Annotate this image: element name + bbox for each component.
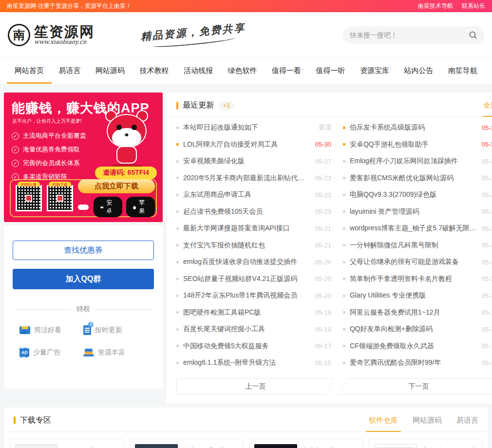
nav-item[interactable]: 网站源码 (94, 58, 127, 84)
bullet-icon (176, 261, 179, 263)
bullet-icon (343, 311, 345, 314)
list-item[interactable]: 最新大学网课搜题答案查询API接口 05-21 (176, 220, 331, 237)
list-item[interactable]: emlog6.1.1系统--附带升级方法 05-15 (176, 355, 331, 372)
list-item[interactable]: layuimini 资产管理源码 05-21 (343, 204, 492, 221)
list-item[interactable]: 中国移动免费领5大权益服务 05-17 (176, 338, 331, 355)
bullet-icon (176, 311, 179, 314)
doc-refresh-icon (83, 325, 91, 335)
join-qq-group-button[interactable]: 加入QQ群 (13, 269, 154, 289)
prev-page-button[interactable]: 上一页 (176, 378, 335, 395)
bullet-icon (176, 194, 179, 196)
topbar: 南笙资源网-注重于资源分享，资源平台上南笙！ 南笙技术导航 联系站长 (0, 0, 492, 12)
download-tab[interactable]: 网站源码 (413, 416, 442, 425)
list-item[interactable]: wordpress博客主题_柚子皮5.7破解无限制版 05-21 (343, 220, 492, 237)
nav-item[interactable]: 活动线报 (182, 58, 215, 84)
list-item[interactable]: 起点读书免费领105天会员 05-23 (176, 204, 331, 221)
bullet-icon (343, 177, 345, 179)
download-tab[interactable]: 易语言 (456, 416, 478, 425)
nav-item[interactable]: 值得一听 (314, 58, 347, 84)
nav-item[interactable]: 值得一看 (270, 58, 303, 84)
bullet-icon (343, 261, 345, 263)
list-item[interactable]: 148开2年京东Plus带1年腾讯视频会员 05-20 (176, 287, 331, 304)
bullet-icon (343, 160, 345, 163)
check-circle-icon: ✓ (12, 146, 19, 153)
site-logo[interactable]: 南 笙资源网 www.xiaobiaoy.cn (8, 24, 95, 46)
promo-banner[interactable]: 能赚钱，赚大钱的APP 足不出户，让你月入上万不是梦! ✓ 主流电商平台全面覆盖… (4, 93, 163, 222)
card-thumbnail (254, 444, 297, 448)
section-accent-bar (14, 416, 16, 424)
bullet-icon (343, 143, 345, 146)
search-icon[interactable] (469, 31, 477, 39)
main-nav: 网站首页 易语言 网站源码 技术教程 活动线报 绿色软件 值得一看 值得一听 资… (0, 57, 492, 84)
bullet-icon (176, 177, 179, 179)
bullet-icon (343, 328, 345, 331)
list-item[interactable]: 阿里云服务器免费试用1~12月 05-19 (343, 304, 492, 321)
list-item[interactable]: emlog百度快速收录自动推送提交插件 05-20 (176, 254, 331, 271)
next-page-button[interactable]: 下一页 (340, 378, 492, 395)
list-item[interactable]: 图吧硬件检测工具箱PC版 05-19 (176, 304, 331, 321)
list-item[interactable]: Emlog程序小刀娱乐网同款顶踩插件 05-24 (343, 153, 492, 170)
recent-list-right: 伯乐发卡系统高级版源码 05-30 安卓QQ手游礼包领取助手 05-30 Eml… (343, 119, 492, 372)
find-coupon-button[interactable]: 查找优惠券 (13, 241, 154, 260)
list-item[interactable]: 2020年5月某卡商内部最新流出刷钻代码 全... 05-23 (176, 170, 331, 187)
recent-title: 最近更新 (183, 100, 214, 111)
list-item[interactable]: 爱奇艺腾讯优酷会员限时99/年 05-15 (343, 355, 492, 372)
search-input[interactable] (350, 31, 469, 39)
ios-button[interactable]: 苹果 (126, 197, 155, 217)
view-all-link[interactable]: 全部 (483, 101, 492, 110)
download-card[interactable]: 安卓视频美颜绿化版 ★★★ ☆☆ / 2020-05- (249, 439, 363, 448)
download-card[interactable]: 安卓QQ手游礼包领取助手 ★★★ ☆☆ / 2020-05- (130, 439, 244, 448)
list-item[interactable]: Glary Utilities 专业便携版 05-19 (343, 287, 492, 304)
laptop-icon (83, 349, 94, 357)
nav-item[interactable]: 易语言 (57, 58, 83, 84)
bullet-icon (343, 244, 345, 246)
nav-item[interactable]: 网站首页 (13, 58, 46, 84)
list-item[interactable]: 父母让你继承的很有可能是游戏装备 05-20 (343, 254, 492, 271)
download-tab[interactable]: 软件仓库 (369, 416, 398, 425)
topbar-slogan: 南笙资源网-注重于资源分享，资源平台上南笙！ (7, 2, 132, 10)
list-item[interactable]: 电脑QQv9.3.3(27009)绿色版 05-23 (343, 187, 492, 204)
bullet-icon (343, 345, 345, 347)
list-item[interactable]: QQ好友单向检测+删除源码 05-17 (343, 321, 492, 338)
list-item[interactable]: SEO站群量子视频站群V4.21正版源码 05-20 (176, 271, 331, 288)
qr-code-download-icon (47, 185, 73, 211)
download-now-button[interactable]: 点我立即下载 (78, 179, 155, 193)
card-thumbnail (374, 444, 417, 448)
spacer (0, 84, 492, 93)
qr-register: 扫码注册 (16, 185, 42, 211)
list-item[interactable]: 支付宝汽车报价抽随机红包 05-21 (176, 237, 331, 254)
logo-name: 笙资源网 (34, 24, 95, 39)
list-item[interactable]: CF领端游免费领取永久武器 05-16 (343, 338, 492, 355)
list-item[interactable]: 本站即日起改版通知如下 置顶 (176, 119, 331, 136)
list-item[interactable]: 爱客影视CMS米酷优化版网站源码 05-23 (343, 170, 492, 187)
list-item[interactable]: 简单制作手拿透明资料卡名片教程 05-20 (343, 271, 492, 288)
nav-item[interactable]: 绿色软件 (226, 58, 259, 84)
nav-item[interactable]: 站内公告 (402, 58, 435, 84)
topbar-link-contact[interactable]: 联系站长 (462, 2, 485, 10)
list-item[interactable]: 一分钟解除微信凡科黑号限制 05-21 (343, 237, 492, 254)
site-slogan: 精品资源，免费共享 (140, 20, 247, 49)
qr-code-register-icon (16, 185, 42, 211)
topbar-link-tech-nav[interactable]: 南笙技术导航 (418, 2, 453, 10)
toggle-pill (78, 205, 89, 210)
download-box: 扫码注册 扫码下载 点我立即下载 (10, 179, 157, 217)
privilege-rich-resources: 资源丰富 (83, 348, 147, 357)
bullet-icon (176, 244, 179, 246)
list-item[interactable]: 伯乐发卡系统高级版源码 05-30 (343, 119, 492, 136)
android-button[interactable]: 安卓 (94, 197, 122, 217)
nav-item[interactable]: 资源宝库 (358, 58, 391, 84)
search-box (343, 26, 484, 44)
nav-item[interactable]: 技术教程 (138, 58, 171, 84)
bullet-icon (176, 295, 179, 297)
list-item[interactable]: 安卓QQ手游礼包领取助手 05-30 (343, 136, 492, 153)
download-card[interactable]: LOL阿狸大厅自动接受对局工具 ★★★ ☆☆ / 2020-05- (10, 439, 124, 448)
nav-item[interactable]: 南笙导航 (446, 58, 479, 84)
list-item[interactable]: 京东试用商品申请工具 05-23 (176, 187, 331, 204)
list-item[interactable]: 安卓视频美颜绿化版 05-27 (176, 153, 331, 170)
list-item[interactable]: 百度长尾关键词挖掘小工具 05-19 (176, 321, 331, 338)
recent-updates-panel: 最近更新 +3 全部 本站即日起改版通知如下 置顶 LOL阿狸大厅自动接受对局工… (167, 93, 492, 404)
download-card[interactable]: 京东试用商品申请工具 ★★★ ☆☆ / 2020-05- (369, 439, 483, 448)
list-item[interactable]: LOL阿狸大厅自动接受对局工具 05-30 (176, 136, 331, 153)
download-section: 下载专区 软件仓库 网站源码 易语言 LOL阿狸大厅自动接受对局工具 ★★★ ☆… (4, 408, 488, 448)
invite-code-badge: 邀请码: 65TFI4 (95, 167, 157, 179)
